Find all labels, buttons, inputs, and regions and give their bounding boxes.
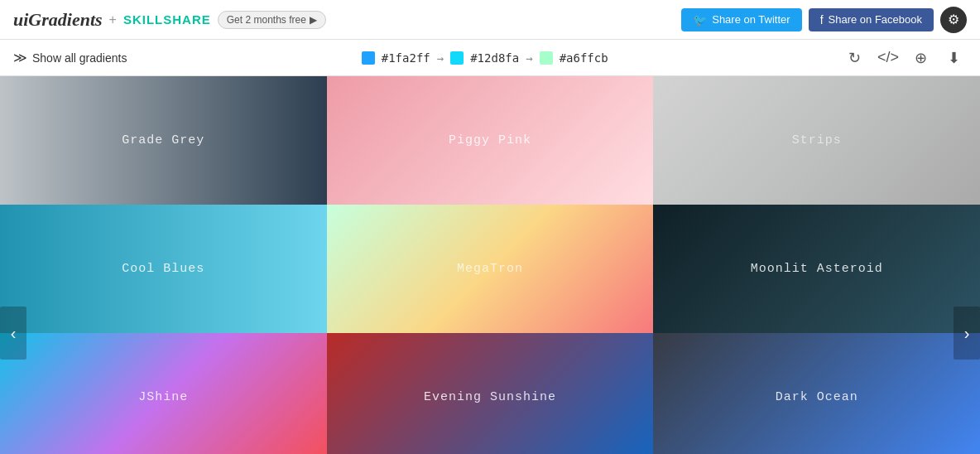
header-right: 🐦 Share on Twitter f Share on Facebook ⚙ — [681, 7, 967, 33]
gradient-card-grade-grey[interactable]: Grade Grey — [0, 76, 327, 205]
skillshare-label: SKILLSHARE — [123, 12, 211, 27]
left-arrow-icon: ‹ — [11, 324, 17, 343]
logo: uiGradients — [13, 9, 103, 31]
gradient-label-jshine: JShine — [138, 390, 188, 404]
show-all-gradients-button[interactable]: ≫ Show all gradients — [13, 50, 127, 65]
gradient-label-cool-blues: Cool Blues — [122, 262, 204, 276]
gradient-card-megatron[interactable]: MegaTron — [327, 205, 654, 333]
show-all-label: Show all gradients — [32, 51, 127, 65]
gradient-label-grade-grey: Grade Grey — [122, 133, 204, 147]
main-content: ‹ Grade Grey Piggy Pink Strips Cool Blue… — [0, 76, 980, 454]
facebook-btn-label: Share on Facebook — [829, 13, 922, 26]
plus-icon: ⊕ — [915, 49, 927, 67]
color-hex-1: #1fa2ff — [382, 51, 430, 65]
twitter-btn-label: Share on Twitter — [712, 13, 790, 26]
gradient-card-piggy-pink[interactable]: Piggy Pink — [327, 76, 654, 205]
share-facebook-button[interactable]: f Share on Facebook — [809, 8, 934, 31]
gradient-card-evening-sunshine[interactable]: Evening Sunshine — [327, 333, 654, 454]
free-btn-arrow: ▶ — [310, 14, 317, 26]
facebook-icon: f — [820, 13, 824, 27]
free-btn-label: Get 2 months free — [227, 14, 306, 26]
color-swatch-2 — [450, 51, 464, 65]
code-button[interactable]: </> — [876, 46, 901, 70]
arrow-2: → — [526, 51, 532, 65]
refresh-icon: ↻ — [848, 49, 861, 67]
gradient-label-evening-sunshine: Evening Sunshine — [424, 390, 556, 404]
gradient-grid: Grade Grey Piggy Pink Strips Cool Blues … — [0, 76, 980, 454]
sub-actions: ↻ </> ⊕ ⬇ — [843, 46, 967, 70]
github-icon: ⚙ — [948, 12, 959, 27]
arrow-1: → — [437, 51, 444, 65]
gradient-card-dark-ocean[interactable]: Dark Ocean — [653, 333, 980, 454]
next-arrow-button[interactable]: › — [954, 307, 980, 360]
gradient-card-moonlit-asteroid[interactable]: Moonlit Asteroid — [653, 205, 980, 333]
chevron-right-icon: ≫ — [13, 50, 27, 65]
main-header: uiGradients + SKILLSHARE Get 2 months fr… — [0, 0, 980, 40]
gradient-label-strips: Strips — [792, 133, 842, 147]
refresh-button[interactable]: ↻ — [843, 46, 867, 70]
get-free-months-button[interactable]: Get 2 months free ▶ — [218, 11, 326, 29]
download-icon: ⬇ — [948, 49, 960, 67]
right-arrow-icon: › — [964, 324, 970, 343]
code-icon: </> — [877, 49, 899, 66]
twitter-icon: 🐦 — [693, 13, 707, 27]
gradient-card-strips[interactable]: Strips — [653, 76, 980, 205]
add-button[interactable]: ⊕ — [909, 46, 934, 70]
prev-arrow-button[interactable]: ‹ — [0, 307, 26, 360]
gradient-card-cool-blues[interactable]: Cool Blues — [0, 205, 327, 333]
sub-header: ≫ Show all gradients #1fa2ff → #12d8fa →… — [0, 40, 980, 76]
color-bar: #1fa2ff → #12d8fa → #a6ffcb — [362, 51, 608, 65]
github-button[interactable]: ⚙ — [940, 7, 967, 33]
color-swatch-1 — [362, 51, 375, 65]
gradient-card-jshine[interactable]: JShine — [0, 333, 327, 454]
gradient-label-dark-ocean: Dark Ocean — [776, 390, 858, 404]
color-hex-2: #12d8fa — [470, 51, 519, 65]
header-left: uiGradients + SKILLSHARE Get 2 months fr… — [13, 9, 326, 31]
plus-separator: + — [109, 12, 117, 27]
gradient-grid-wrapper: ‹ Grade Grey Piggy Pink Strips Cool Blue… — [0, 76, 980, 454]
gradient-label-moonlit-asteroid: Moonlit Asteroid — [751, 262, 883, 276]
download-button[interactable]: ⬇ — [942, 46, 967, 70]
color-swatch-3 — [540, 51, 553, 65]
gradient-label-megatron: MegaTron — [457, 262, 523, 276]
color-hex-3: #a6ffcb — [560, 51, 608, 65]
share-twitter-button[interactable]: 🐦 Share on Twitter — [681, 8, 801, 31]
gradient-label-piggy-pink: Piggy Pink — [449, 133, 531, 147]
